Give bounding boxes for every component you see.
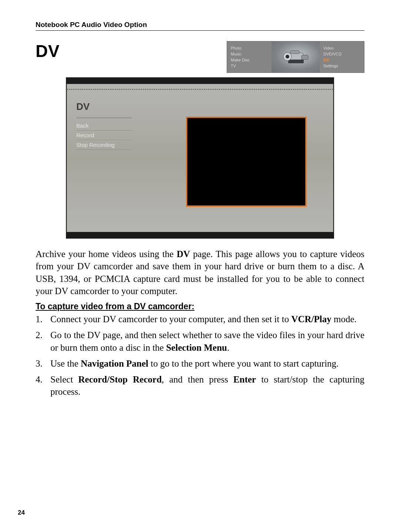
page-title: DV — [36, 41, 60, 61]
text: Connect your DV camcorder to your comput… — [50, 314, 291, 324]
step-3: Use the Navigation Panel to go to the po… — [36, 357, 364, 370]
sidebar-item-back[interactable]: Back — [76, 121, 132, 131]
banner-item-dvdvcd[interactable]: DVD/VCD — [323, 51, 360, 57]
text: Use the — [50, 358, 81, 368]
title-row: DV Photo Music Make Disc TV — [36, 41, 364, 73]
running-header: Notebook PC Audio Video Option — [36, 21, 364, 31]
banner-item-photo[interactable]: Photo — [231, 46, 268, 51]
bold-text: Record/Stop Record — [78, 374, 161, 384]
page-number: 24 — [18, 509, 25, 516]
text: . — [227, 343, 229, 353]
banner-right-column: Video DVD/VCD DV Settings — [320, 41, 364, 73]
steps-list: Connect your DV camcorder to your comput… — [36, 313, 364, 398]
svg-point-3 — [286, 55, 289, 58]
intro-paragraph: Archive your home videos using the DV pa… — [36, 248, 364, 297]
divider — [76, 118, 132, 118]
bold-text: Selection Menu — [166, 343, 227, 353]
banner-left-column: Photo Music Make Disc TV — [227, 41, 271, 73]
bold-text: DV — [177, 249, 190, 259]
banner-item-tv[interactable]: TV — [231, 63, 268, 68]
sidebar-item-record[interactable]: Record — [76, 131, 132, 140]
app-screenshot: DV Back Record Stop Recording — [66, 77, 334, 239]
text: to go to the port where you want to star… — [149, 358, 339, 368]
text: Archive your home videos using the — [36, 249, 177, 259]
camcorder-icon — [280, 48, 311, 66]
svg-rect-4 — [301, 55, 308, 60]
decorative-dots — [67, 88, 333, 91]
sidebar-item-stop-recording[interactable]: Stop Recording — [76, 140, 132, 150]
banner-item-dv[interactable]: DV — [323, 57, 360, 63]
screenshot-sidebar: DV Back Record Stop Recording — [76, 101, 132, 150]
text: Select — [50, 374, 78, 384]
text: mode. — [331, 314, 357, 324]
banner-item-settings[interactable]: Settings — [323, 63, 360, 68]
banner-image — [271, 41, 320, 73]
step-4: Select Record/Stop Record, and then pres… — [36, 373, 364, 398]
banner-item-make-disc[interactable]: Make Disc — [231, 57, 268, 63]
text: , and then press — [162, 374, 234, 384]
bold-text: Enter — [233, 374, 256, 384]
bold-text: Navigation Panel — [81, 358, 149, 368]
banner-item-video[interactable]: Video — [323, 46, 360, 51]
manual-page: Notebook PC Audio Video Option DV Photo … — [0, 0, 400, 532]
svg-rect-1 — [288, 60, 304, 63]
bold-text: VCR/Play — [291, 314, 331, 324]
step-1: Connect your DV camcorder to your comput… — [36, 313, 364, 325]
video-preview — [186, 117, 307, 207]
svg-rect-5 — [290, 51, 299, 54]
step-2: Go to the DV page, and then select wheth… — [36, 329, 364, 354]
menu-banner: Photo Music Make Disc TV — [227, 41, 364, 73]
banner-item-music[interactable]: Music — [231, 51, 268, 57]
sidebar-title: DV — [76, 101, 132, 114]
subheading: To capture video from a DV camcorder: — [36, 302, 364, 312]
